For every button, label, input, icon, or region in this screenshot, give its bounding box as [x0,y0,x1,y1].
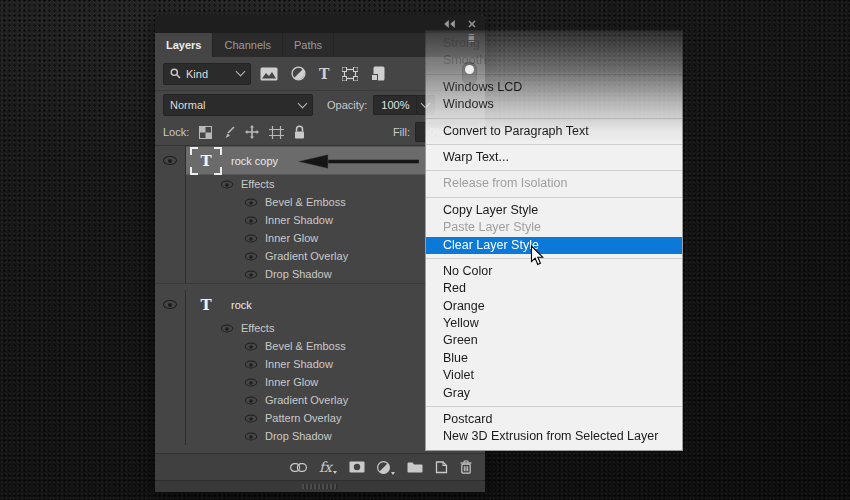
menu-item-blue[interactable]: Blue [426,350,682,367]
kind-filter-dropdown[interactable]: Kind [163,63,251,85]
chevron-down-icon [391,472,395,475]
menu-item-new-3d-extrusion[interactable]: New 3D Extrusion from Selected Layer [426,428,682,445]
visibility-eye-icon[interactable] [245,270,257,278]
eye-column [155,146,186,175]
menu-item-clear-layer-style[interactable]: Clear Layer Style [426,237,682,254]
visibility-eye-icon[interactable] [245,234,257,242]
eye-column [155,247,186,265]
menu-item-green[interactable]: Green [426,332,682,349]
layer-style-fx-icon[interactable]: fx [319,461,337,473]
delete-layer-icon[interactable] [460,460,472,474]
filter-type-buttons: T [260,66,385,81]
eye-column [155,193,186,211]
chevron-down-icon [236,67,246,77]
lock-all-icon[interactable] [294,125,305,139]
menu-item-postcard[interactable]: Postcard [426,411,682,428]
effect-label: Pattern Overlay [265,412,341,424]
thumbnail-glyph: T [200,296,211,314]
smart-object-filter-icon[interactable] [371,66,385,81]
selection-corner-icon [214,167,222,175]
effect-label: Gradient Overlay [265,250,348,262]
visibility-eye-icon[interactable] [245,342,257,350]
menu-item-windows-lcd[interactable]: Windows LCD [426,79,682,96]
eye-column [155,211,186,229]
lock-label: Lock: [163,126,189,138]
menu-item-copy-layer-style[interactable]: Copy Layer Style [426,202,682,219]
visibility-eye-icon[interactable] [245,396,257,404]
lock-move-icon[interactable] [245,125,259,139]
effect-label: Inner Shadow [265,214,333,226]
type-filter-icon[interactable]: T [319,67,329,81]
close-icon[interactable] [468,20,476,28]
menu-separator [426,74,682,75]
visibility-eye-icon[interactable] [163,300,177,309]
shape-filter-icon[interactable] [342,67,358,81]
visibility-eye-icon[interactable] [245,198,257,206]
lock-paint-icon[interactable] [222,126,235,139]
eye-column [155,427,186,445]
fill-label: Fill: [393,126,410,138]
visibility-eye-icon[interactable] [245,360,257,368]
menu-item-gray[interactable]: Gray [426,385,682,402]
chevron-down-icon [333,471,337,474]
effect-label: Drop Shadow [265,268,332,280]
new-group-icon[interactable] [407,461,423,473]
visibility-eye-icon[interactable] [163,156,177,165]
collapse-to-icons-icon[interactable] [444,20,455,28]
effect-label: Bevel & Emboss [265,340,346,352]
blend-mode-dropdown[interactable]: Normal [163,94,313,116]
menu-separator [426,170,682,171]
eye-column [155,175,186,193]
menu-item-warp-text[interactable]: Warp Text... [426,149,682,166]
layer-name[interactable]: rock [231,299,252,311]
selection-corner-icon [214,147,222,155]
resize-grip-icon [302,484,338,489]
menu-item-convert-to-paragraph-text[interactable]: Convert to Paragraph Text [426,123,682,140]
layers-panel-toolbar: fx [155,453,485,480]
opacity-value[interactable]: 100% [373,95,416,115]
link-layers-icon[interactable] [290,463,307,472]
panel-resize-strip[interactable] [155,480,485,492]
visibility-eye-icon[interactable] [221,180,233,188]
menu-item-smooth: Smooth [426,52,682,69]
menu-item-windows[interactable]: Windows [426,96,682,113]
menu-item-violet[interactable]: Violet [426,367,682,384]
tab-paths[interactable]: Paths [283,33,334,57]
menu-separator [426,118,682,119]
visibility-eye-icon[interactable] [245,432,257,440]
visibility-eye-icon[interactable] [245,414,257,422]
menu-item-release-from-isolation: Release from Isolation [426,175,682,192]
menu-item-strong: Strong [426,35,682,52]
visibility-eye-icon[interactable] [221,324,233,332]
image-filter-icon[interactable] [260,67,278,81]
visibility-eye-icon[interactable] [245,378,257,386]
layer-name[interactable]: rock copy [231,155,278,167]
visibility-eye-icon[interactable] [245,252,257,260]
lock-artboard-icon[interactable] [269,126,284,139]
selection-corner-icon [190,167,198,175]
visibility-eye-icon[interactable] [245,216,257,224]
menu-separator [426,197,682,198]
new-layer-icon[interactable] [435,461,448,474]
menu-item-yellow[interactable]: Yellow [426,315,682,332]
menu-item-no-color[interactable]: No Color [426,263,682,280]
eye-column [155,337,186,355]
adjustment-filter-icon[interactable] [291,66,306,81]
magnifier-icon [170,68,181,79]
layer-mask-icon[interactable] [349,461,365,473]
tab-channels[interactable]: Channels [213,33,282,57]
menu-item-orange[interactable]: Orange [426,298,682,315]
tab-layers[interactable]: Layers [155,33,213,57]
type-layer-thumbnail[interactable]: T [193,294,219,316]
effects-header-label: Effects [241,322,274,334]
menu-item-red[interactable]: Red [426,280,682,297]
adjustment-layer-icon[interactable] [377,461,395,474]
eye-column [155,319,186,337]
eye-column [155,409,186,427]
eye-column [155,355,186,373]
lock-transparency-icon[interactable] [199,126,212,139]
type-layer-thumbnail[interactable]: T [193,150,219,172]
effect-label: Gradient Overlay [265,394,348,406]
effect-label: Drop Shadow [265,430,332,442]
kind-filter-label: Kind [186,68,208,80]
